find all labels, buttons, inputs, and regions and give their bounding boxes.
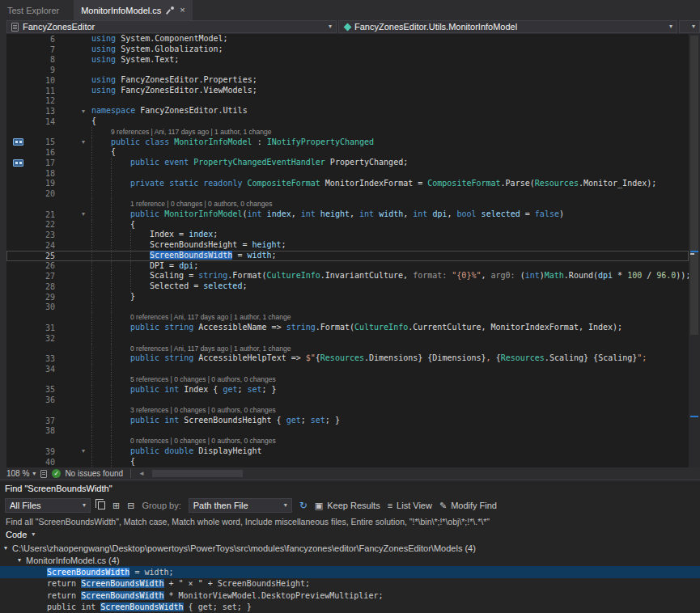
code-line[interactable]: 12: [6, 96, 689, 107]
code-line[interactable]: 20: [6, 188, 689, 199]
code-line[interactable]: 6using System.ComponentModel;: [6, 34, 689, 44]
indent-guide: [111, 395, 130, 405]
tab-label: Test Explorer: [7, 6, 59, 15]
indent-guide: [111, 385, 130, 395]
scope-dropdown[interactable]: All Files ▾: [5, 498, 91, 513]
code-line[interactable]: 23Index = index;: [6, 230, 689, 240]
code-line[interactable]: 39▾public double DisplayHeight: [6, 446, 689, 457]
code-token: 5 references | 0 changes | 0 authors, 0 …: [130, 375, 276, 383]
code-line[interactable]: 24ScreenBoundsHeight = height;: [6, 240, 689, 251]
find-result-row[interactable]: return ScreenBoundsWidth + " × " + Scree…: [0, 578, 700, 590]
indent-guide: [91, 127, 111, 137]
zoom-control[interactable]: 108 % ▾: [6, 469, 36, 478]
code-line[interactable]: 34: [6, 364, 689, 374]
code-line[interactable]: 22{: [6, 220, 689, 230]
tab-monitorinfomodel[interactable]: MonitorInfoModel.cs ×: [74, 0, 192, 20]
code-line[interactable]: 26DPI = dpi;: [6, 261, 689, 272]
code-token: FancyZonesEditor.Properties;: [116, 75, 257, 84]
divider: [130, 469, 131, 478]
code-line[interactable]: 19private static readonly CompositeForma…: [6, 179, 689, 189]
check-glyph: ✓: [54, 471, 60, 477]
code-line[interactable]: 29}: [6, 292, 689, 302]
code-line[interactable]: 15▾public class MonitorInfoModel : INoti…: [6, 137, 689, 148]
code-line[interactable]: 30: [6, 302, 689, 313]
copy-icon[interactable]: [98, 501, 105, 509]
code-line[interactable]: 21▾public MonitorInfoModel(int index, in…: [6, 209, 689, 220]
indent-guide: [91, 168, 111, 179]
code-line[interactable]: 40{: [6, 457, 689, 467]
code-line[interactable]: 28Selected = selected;: [6, 281, 689, 292]
close-icon[interactable]: ×: [180, 6, 185, 15]
code-token: System.ComponentModel;: [116, 34, 227, 43]
match-highlight: ScreenBoundsWidth: [100, 602, 183, 611]
code-line[interactable]: 25ScreenBoundsWidth = width;: [6, 251, 689, 261]
code-editor[interactable]: 6using System.ComponentModel;7using Syst…: [0, 34, 700, 467]
type-dropdown[interactable]: FancyZonesEditor.Utils.MonitorInfoModel …: [338, 20, 677, 33]
codelens-row[interactable]: 0 references | 0 changes | 0 authors, 0 …: [6, 436, 689, 446]
fold-chevron-icon[interactable]: ▾: [82, 448, 85, 454]
member-dropdown[interactable]: ▾: [679, 20, 700, 33]
line-number: 18: [29, 169, 55, 178]
code-line[interactable]: 16{: [6, 147, 689, 158]
codelens-row[interactable]: 0 references | Ani, 117 days ago | 1 aut…: [6, 344, 689, 354]
line-number: 7: [29, 45, 55, 54]
code-line[interactable]: 17public event PropertyChangedEventHandl…: [6, 158, 689, 168]
find-result-row[interactable]: ScreenBoundsWidth = width;: [0, 566, 700, 578]
scrollbar-thumb[interactable]: [690, 36, 698, 335]
line-number: 28: [29, 282, 55, 291]
code-line[interactable]: 11using FancyZonesEditor.ViewModels;: [6, 86, 689, 96]
code-token: }: [130, 292, 135, 301]
fold-chevron-icon[interactable]: ▾: [82, 108, 85, 115]
codelens-row[interactable]: 1 reference | 0 changes | 0 authors, 0 c…: [6, 199, 689, 209]
group-by-dropdown[interactable]: Path then File ▾: [189, 498, 292, 513]
project-dropdown[interactable]: FancyZonesEditor ▾: [6, 20, 337, 33]
issues-indicator[interactable]: ✓ No issues found: [52, 469, 123, 478]
fold-chevron-icon[interactable]: ▾: [82, 139, 85, 146]
pin-icon[interactable]: [167, 6, 174, 15]
code-line[interactable]: 32: [6, 333, 689, 344]
collapse-all-icon[interactable]: ⊟: [127, 501, 134, 510]
codelens-row[interactable]: 9 references | Ani, 117 days ago | 1 aut…: [6, 127, 689, 137]
find-result-row[interactable]: return ScreenBoundsWidth * MonitorViewMo…: [0, 590, 700, 602]
keep-results-button[interactable]: ▣ Keep Results: [315, 501, 380, 510]
code-token: bool: [456, 209, 476, 218]
tab-test-explorer[interactable]: Test Explorer: [0, 0, 66, 20]
code-line[interactable]: 37public int ScreenBoundsHeight { get; s…: [6, 416, 689, 426]
codelens-row[interactable]: 0 references | Ani, 117 days ago | 1 aut…: [6, 312, 689, 323]
code-line[interactable]: 8using System.Text;: [6, 55, 689, 66]
code-line[interactable]: 31public string AccessibleName => string…: [6, 323, 689, 333]
code-line[interactable]: 14{: [6, 116, 689, 127]
find-result-row[interactable]: ▾C:\Users\zhaopengwang\Desktop\powertoys…: [0, 543, 700, 555]
scrollbar-thumb[interactable]: [152, 470, 243, 477]
refresh-icon[interactable]: ↻: [299, 501, 308, 510]
expand-all-icon[interactable]: ⊞: [112, 501, 120, 510]
code-line[interactable]: 38: [6, 426, 689, 437]
code-line[interactable]: 10using FancyZonesEditor.Properties;: [6, 75, 689, 86]
expander-icon[interactable]: ▾: [18, 557, 21, 564]
fold-margin: ▾: [55, 108, 91, 115]
code-line[interactable]: 9: [6, 65, 689, 75]
document-health-icon[interactable]: [40, 470, 47, 478]
code-line[interactable]: 27Scaling = string.Format(CultureInfo.In…: [6, 271, 689, 281]
code-line[interactable]: 33public string AccessibleHelpText => $"…: [6, 353, 689, 364]
find-result-row[interactable]: ▾MonitorInfoModel.cs (4): [0, 555, 700, 567]
code-line[interactable]: 13▾namespace FancyZonesEditor.Utils: [6, 106, 689, 116]
code-token: CultureInfo: [267, 271, 320, 280]
code-text: {: [91, 457, 689, 467]
vertical-scrollbar[interactable]: [689, 34, 700, 467]
code-line[interactable]: 36: [6, 395, 689, 405]
codelens-row[interactable]: 3 references | 0 changes | 0 authors, 0 …: [6, 405, 689, 416]
modify-find-button[interactable]: ✎ Modify Find: [439, 501, 497, 510]
list-view-button[interactable]: ≡ List View: [388, 501, 432, 510]
horizontal-scrollbar[interactable]: [150, 467, 700, 480]
find-result-row[interactable]: public int ScreenBoundsWidth { get; set;…: [0, 602, 700, 613]
scroll-left-icon[interactable]: ◄: [138, 471, 145, 477]
expander-icon[interactable]: ▾: [4, 545, 7, 552]
code-line[interactable]: 35public int Index { get; set; }: [6, 385, 689, 395]
codelens-row[interactable]: 5 references | 0 changes | 0 authors, 0 …: [6, 374, 689, 385]
code-line[interactable]: 7using System.Globalization;: [6, 44, 689, 55]
fold-chevron-icon[interactable]: ▾: [82, 211, 85, 218]
code-filter-dropdown[interactable]: Code ▾: [0, 528, 700, 542]
code-line[interactable]: 18: [6, 168, 689, 179]
glyph-margin: [6, 344, 29, 354]
